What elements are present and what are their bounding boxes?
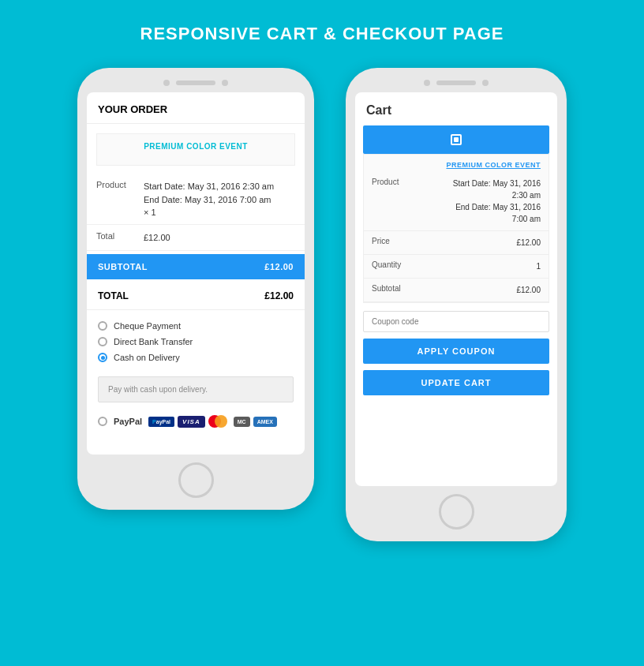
total-label: Total <box>96 231 144 245</box>
right-phone: Cart PREMIUM COLOR EVENT Product Start D… <box>346 68 567 541</box>
total-final-label: TOTAL <box>98 290 129 301</box>
left-event-name: PREMIUM COLOR EVENT <box>105 142 286 151</box>
phone-speaker-right <box>436 80 476 85</box>
phone-dot-right-r <box>482 80 489 86</box>
phone-dot-right-l <box>424 80 430 86</box>
cart-quantity-row: Quantity 1 <box>364 255 549 279</box>
cart-title: Cart <box>355 92 557 125</box>
payment-option-cash[interactable]: Cash on Delivery <box>98 353 294 362</box>
right-phone-screen: Cart PREMIUM COLOR EVENT Product Start D… <box>355 92 557 486</box>
paypal-label: PayPal <box>114 417 142 426</box>
cart-product-row: Product Start Date: May 31, 2016 2:30 am… <box>364 172 549 231</box>
phone-speaker-left <box>176 80 215 85</box>
subtotal-value: £12.00 <box>264 262 294 271</box>
product-value: Start Date: May 31, 2016 2:30 am End Dat… <box>144 180 274 219</box>
cart-price-value: £12.00 <box>516 237 541 249</box>
total-final-value: £12.00 <box>264 290 294 301</box>
order-total-row: Total £12.00 <box>87 225 305 252</box>
page-title: RESPONSIVE CART & CHECKOUT PAGE <box>140 24 504 44</box>
paypal-icon: PayPal VISA MC AMEX <box>148 415 277 428</box>
apply-coupon-button[interactable]: APPLY COUPON <box>363 339 549 364</box>
phone-top-bar-right <box>355 80 557 86</box>
cart-price-label: Price <box>372 237 390 249</box>
order-product-row: Product Start Date: May 31, 2016 2:30 am… <box>87 175 305 225</box>
subtotal-bar: SUBTOTAL £12.00 <box>87 254 305 279</box>
cart-img-icon <box>451 134 462 145</box>
radio-bank[interactable] <box>98 337 107 346</box>
phone-top-bar-left <box>87 80 305 86</box>
phone-home-button-right[interactable] <box>439 494 474 529</box>
phone-dot-left <box>163 80 170 86</box>
subtotal-label: SUBTOTAL <box>98 262 148 271</box>
total-final-row: TOTAL £12.00 <box>87 282 305 310</box>
product-label: Product <box>96 180 144 219</box>
radio-cheque[interactable] <box>98 321 107 331</box>
cart-quantity-value: 1 <box>536 260 541 272</box>
payment-option-cheque[interactable]: Cheque Payment <box>98 321 294 331</box>
visa-icon: VISA <box>178 416 205 428</box>
payment-option-bank[interactable]: Direct Bank Transfer <box>98 337 294 346</box>
coupon-input[interactable] <box>363 311 549 332</box>
order-title: YOUR ORDER <box>87 92 305 124</box>
cheque-label: Cheque Payment <box>114 321 181 331</box>
cart-subtotal-value: £12.00 <box>516 284 541 296</box>
phones-container: YOUR ORDER PREMIUM COLOR EVENT Product S… <box>16 68 628 541</box>
cart-image-bar <box>363 125 549 154</box>
radio-paypal[interactable] <box>98 417 107 426</box>
left-phone: YOUR ORDER PREMIUM COLOR EVENT Product S… <box>77 68 314 510</box>
payment-options: Cheque Payment Direct Bank Transfer Cash… <box>87 310 305 376</box>
cart-product-label: Product <box>372 178 399 225</box>
phone-home-button-left[interactable] <box>178 462 214 498</box>
left-phone-screen: YOUR ORDER PREMIUM COLOR EVENT Product S… <box>87 92 305 455</box>
phone-dot-right <box>222 80 228 86</box>
total-value: £12.00 <box>144 231 170 245</box>
cart-quantity-label: Quantity <box>372 260 401 272</box>
bank-label: Direct Bank Transfer <box>114 337 193 346</box>
cart-subtotal-label: Subtotal <box>372 284 401 296</box>
coupon-section: APPLY COUPON UPDATE CART <box>355 303 557 410</box>
radio-cash[interactable] <box>98 353 107 362</box>
right-event-name: PREMIUM COLOR EVENT <box>364 155 549 172</box>
cart-price-row: Price £12.00 <box>364 231 549 255</box>
cash-label: Cash on Delivery <box>114 353 180 362</box>
update-cart-button[interactable]: UPDATE CART <box>363 370 549 395</box>
cart-item-box: PREMIUM COLOR EVENT Product Start Date: … <box>363 154 549 303</box>
cash-note: Pay with cash upon delivery. <box>98 376 294 402</box>
cart-product-value: Start Date: May 31, 2016 2:30 am End Dat… <box>440 178 541 225</box>
amex-icon: AMEX <box>253 417 277 427</box>
paypal-row: PayPal PayPal VISA MC AMEX <box>87 410 305 439</box>
cart-subtotal-row: Subtotal £12.00 <box>364 279 549 302</box>
order-item-box: PREMIUM COLOR EVENT <box>96 133 295 166</box>
